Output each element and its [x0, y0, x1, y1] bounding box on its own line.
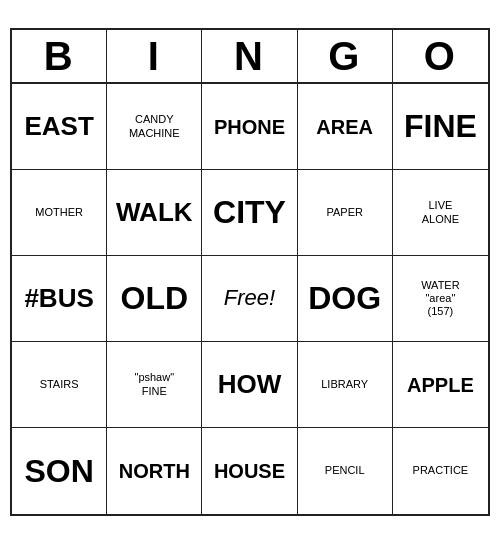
cell-label: Free! — [224, 285, 275, 311]
cell-label: PAPER — [326, 206, 362, 219]
bingo-cell: EAST — [12, 84, 107, 170]
bingo-cell: HOUSE — [202, 428, 297, 514]
bingo-header: BINGO — [12, 30, 488, 84]
bingo-cell: WALK — [107, 170, 202, 256]
cell-label: "pshaw"FINE — [134, 371, 174, 397]
cell-label: #BUS — [24, 283, 93, 314]
bingo-cell: APPLE — [393, 342, 488, 428]
bingo-cell: SON — [12, 428, 107, 514]
bingo-cell: PRACTICE — [393, 428, 488, 514]
header-letter: N — [202, 30, 297, 82]
cell-label: OLD — [121, 279, 189, 317]
cell-label: HOW — [218, 369, 282, 400]
cell-label: SON — [24, 452, 93, 490]
bingo-cell: LIBRARY — [298, 342, 393, 428]
cell-label: CITY — [213, 193, 286, 231]
cell-label: NORTH — [119, 459, 190, 483]
bingo-cell: LIVEALONE — [393, 170, 488, 256]
cell-label: AREA — [316, 115, 373, 139]
bingo-cell: DOG — [298, 256, 393, 342]
bingo-cell: MOTHER — [12, 170, 107, 256]
header-letter: G — [298, 30, 393, 82]
cell-label: LIVEALONE — [422, 199, 459, 225]
bingo-cell: NORTH — [107, 428, 202, 514]
bingo-cell: CITY — [202, 170, 297, 256]
cell-label: APPLE — [407, 373, 474, 397]
bingo-cell: "pshaw"FINE — [107, 342, 202, 428]
cell-label: STAIRS — [40, 378, 79, 391]
bingo-cell: PHONE — [202, 84, 297, 170]
cell-label: DOG — [308, 279, 381, 317]
cell-label: EAST — [24, 111, 93, 142]
bingo-cell: #BUS — [12, 256, 107, 342]
bingo-cell: FINE — [393, 84, 488, 170]
cell-label: PRACTICE — [413, 464, 469, 477]
cell-label: WALK — [116, 197, 193, 228]
bingo-cell: HOW — [202, 342, 297, 428]
bingo-cell: OLD — [107, 256, 202, 342]
cell-label: MOTHER — [35, 206, 83, 219]
cell-label: WATER"area"(157) — [421, 279, 460, 319]
header-letter: I — [107, 30, 202, 82]
cell-label: LIBRARY — [321, 378, 368, 391]
header-letter: O — [393, 30, 488, 82]
header-letter: B — [12, 30, 107, 82]
bingo-cell: WATER"area"(157) — [393, 256, 488, 342]
cell-label: HOUSE — [214, 459, 285, 483]
bingo-cell: PENCIL — [298, 428, 393, 514]
bingo-cell: STAIRS — [12, 342, 107, 428]
bingo-cell: CANDYMACHINE — [107, 84, 202, 170]
cell-label: PENCIL — [325, 464, 365, 477]
bingo-card: BINGO EASTCANDYMACHINEPHONEAREAFINEMOTHE… — [10, 28, 490, 516]
cell-label: CANDYMACHINE — [129, 113, 180, 139]
bingo-cell: AREA — [298, 84, 393, 170]
bingo-cell: PAPER — [298, 170, 393, 256]
bingo-grid: EASTCANDYMACHINEPHONEAREAFINEMOTHERWALKC… — [12, 84, 488, 514]
cell-label: PHONE — [214, 115, 285, 139]
cell-label: FINE — [404, 107, 477, 145]
bingo-cell: Free! — [202, 256, 297, 342]
